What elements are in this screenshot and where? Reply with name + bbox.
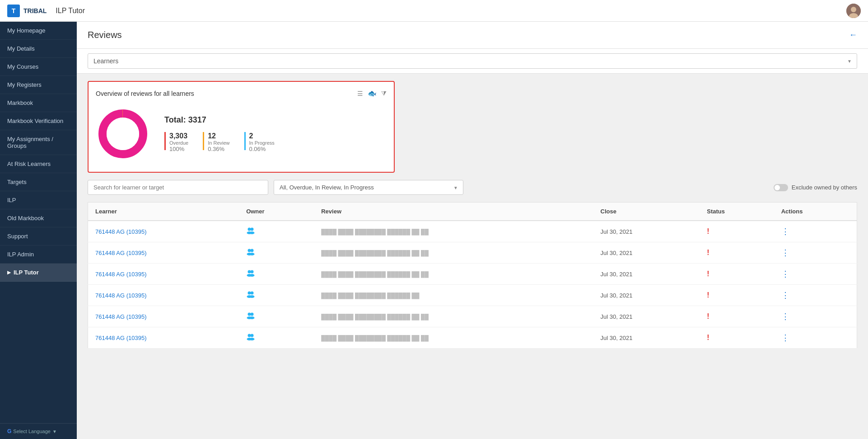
table-row: 761448 AG (10395) ████ ████ ████████ ███…: [88, 327, 857, 349]
status-badge: !: [707, 227, 709, 235]
svg-point-16: [251, 270, 254, 274]
table-body: 761448 AG (10395) ████ ████ ████████ ███…: [88, 221, 857, 349]
cell-learner: 761448 AG (10395): [88, 242, 239, 264]
sidebar-item-at-risk-learners[interactable]: At Risk Learners: [0, 155, 77, 173]
sidebar-item-support[interactable]: Support: [0, 227, 77, 245]
sidebar-item-markbook[interactable]: Markbook: [0, 94, 77, 112]
select-language-label: Select Language: [13, 429, 51, 434]
sidebar-item-my-homepage[interactable]: My Homepage: [0, 22, 77, 40]
cell-review: ████ ████ ████████ ██████ ██ ██: [314, 242, 593, 264]
reviews-table: Learner Owner Review Close Status Action…: [88, 202, 857, 349]
overview-icons: ☰ 🐟 ⧩: [357, 89, 387, 98]
cell-review: ████ ████ ████████ ██████ ██: [314, 285, 593, 306]
cell-owner: [239, 285, 314, 306]
owner-group-icon: [246, 249, 255, 257]
sidebar-item-old-markbook[interactable]: Old Markbook: [0, 209, 77, 227]
status-badge: !: [707, 334, 709, 341]
overdue-count: 3,303: [169, 132, 188, 140]
svg-point-14: [250, 253, 255, 255]
back-button[interactable]: ←: [849, 30, 857, 40]
table-row: 761448 AG (10395) ████ ████ ████████ ███…: [88, 221, 857, 242]
status-badge: !: [707, 270, 709, 278]
overview-title: Overview of reviews for all learners: [96, 90, 194, 97]
status-badge: !: [707, 312, 709, 320]
sidebar-item-targets[interactable]: Targets: [0, 173, 77, 191]
cell-status: !: [700, 221, 774, 242]
main-content: Reviews ← Learners All Learners My Learn…: [77, 22, 868, 439]
header-row: Learner Owner Review Close Status Action…: [88, 203, 857, 221]
in-progress-pct: 0.06%: [249, 146, 275, 152]
actions-button[interactable]: ⋮: [781, 248, 790, 258]
svg-point-18: [250, 274, 255, 277]
svg-point-28: [251, 334, 254, 337]
learner-link[interactable]: 761448 AG (10395): [95, 271, 146, 278]
learner-link[interactable]: 761448 AG (10395): [95, 313, 146, 320]
in-progress-bar: [244, 132, 246, 150]
learner-link[interactable]: 761448 AG (10395): [95, 335, 146, 341]
chart-legend: Total: 3317 3,303 Overdue 100%: [164, 115, 275, 152]
total-label: Total: 3317: [164, 115, 275, 125]
owner-group-icon: [246, 292, 255, 299]
svg-point-1: [851, 7, 856, 12]
sidebar-item-markbook-verification[interactable]: Markbook Verification: [0, 112, 77, 130]
layout: My Homepage My Details My Courses My Reg…: [0, 22, 868, 439]
actions-button[interactable]: ⋮: [781, 333, 790, 343]
review-text: ████ ████ ████████ ██████ ██ ██: [321, 250, 429, 256]
svg-point-7: [248, 228, 251, 231]
sidebar-item-label: My Registers: [7, 81, 42, 88]
google-icon: G: [7, 428, 11, 434]
exclude-owned-row: Exclude owned by others: [774, 184, 857, 191]
cell-review: ████ ████ ████████ ██████ ██ ██: [314, 327, 593, 349]
cell-actions: ⋮: [774, 242, 857, 264]
select-language-footer[interactable]: G Select Language ▼: [0, 423, 77, 439]
learner-link[interactable]: 761448 AG (10395): [95, 292, 146, 299]
legend-item-in-progress: 2 In Progress 0.06%: [244, 132, 275, 152]
learner-link[interactable]: 761448 AG (10395): [95, 228, 146, 235]
sidebar-item-label: Targets: [7, 179, 27, 185]
search-input[interactable]: [88, 180, 268, 195]
sidebar-item-ilp[interactable]: ILP: [0, 191, 77, 209]
svg-point-24: [251, 313, 254, 316]
svg-point-11: [248, 249, 251, 252]
filter-icon[interactable]: ⧩: [381, 90, 387, 97]
in-review-text: 12 In Review 0.36%: [208, 132, 229, 152]
learners-select[interactable]: Learners All Learners My Learners: [88, 53, 857, 69]
sidebar-item-my-courses[interactable]: My Courses: [0, 58, 77, 76]
cell-owner: [239, 327, 314, 349]
in-progress-text: 2 In Progress 0.06%: [249, 132, 275, 152]
status-select[interactable]: All, Overdue, In Review, In Progress Ove…: [274, 180, 463, 195]
status-select-wrapper: All, Overdue, In Review, In Progress Ove…: [274, 180, 463, 195]
sidebar-item-my-registers[interactable]: My Registers: [0, 76, 77, 94]
close-date: Jul 30, 2021: [601, 292, 633, 299]
cell-review: ████ ████ ████████ ██████ ██ ██: [314, 221, 593, 242]
toggle-view-icon[interactable]: 🐟: [368, 89, 377, 98]
sidebar-item-label: Support: [7, 233, 28, 240]
cell-review: ████ ████ ████████ ██████ ██ ██: [314, 264, 593, 285]
cell-close: Jul 30, 2021: [593, 285, 700, 306]
cell-close: Jul 30, 2021: [593, 327, 700, 349]
actions-button[interactable]: ⋮: [781, 269, 790, 279]
exclude-owned-toggle[interactable]: [774, 184, 788, 191]
owner-group-icon: [246, 228, 255, 236]
actions-button[interactable]: ⋮: [781, 312, 790, 321]
sidebar-item-my-assignments-groups[interactable]: My Assignments / Groups: [0, 130, 77, 155]
owner-group-icon: [246, 270, 255, 278]
svg-point-12: [251, 249, 254, 252]
close-date: Jul 30, 2021: [601, 271, 633, 278]
sidebar-item-ilp-admin[interactable]: ILP Admin: [0, 245, 77, 264]
chart-area: Total: 3317 3,303 Overdue 100%: [96, 103, 387, 165]
in-review-pct: 0.36%: [208, 146, 229, 152]
page-title: Reviews: [88, 30, 122, 40]
review-text: ████ ████ ████████ ██████ ██ ██: [321, 229, 429, 235]
cell-learner: 761448 AG (10395): [88, 264, 239, 285]
hamburger-icon[interactable]: ☰: [357, 90, 363, 97]
avatar[interactable]: [846, 4, 861, 18]
col-review: Review: [314, 203, 593, 221]
actions-button[interactable]: ⋮: [781, 227, 790, 236]
cell-owner: [239, 242, 314, 264]
sidebar-item-my-details[interactable]: My Details: [0, 40, 77, 58]
cell-actions: ⋮: [774, 285, 857, 306]
sidebar-item-ilp-tutor[interactable]: ▶ ILP Tutor: [0, 264, 77, 282]
learner-link[interactable]: 761448 AG (10395): [95, 250, 146, 256]
actions-button[interactable]: ⋮: [781, 290, 790, 300]
